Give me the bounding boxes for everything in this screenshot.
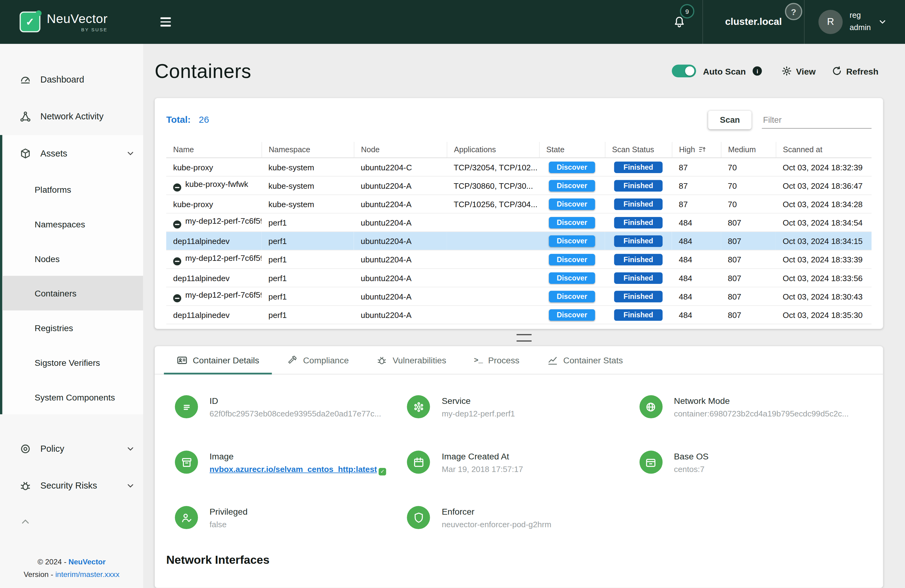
container-details-card: Container Details Compliance Vulnerabili… xyxy=(155,346,883,588)
state-discover-button[interactable]: Discover xyxy=(549,235,595,247)
assets-icon xyxy=(20,147,31,159)
state-discover-button[interactable]: Discover xyxy=(549,217,595,228)
cell-namespace: kube-system xyxy=(262,195,354,213)
state-discover-button[interactable]: Discover xyxy=(549,272,595,284)
cell-scan-status: Finished xyxy=(605,176,672,195)
col-namespace[interactable]: Namespace xyxy=(262,142,354,158)
detail-grid: ID 62f0fbc29573eb08cede93955da2e0ad17e77… xyxy=(155,374,883,538)
cell-namespace: perf1 xyxy=(262,213,354,232)
table-row[interactable]: kube-proxy kube-system ubuntu2204-C TCP/… xyxy=(166,158,871,176)
state-discover-button[interactable]: Discover xyxy=(549,291,595,302)
sidebar-item-registries[interactable]: Registries xyxy=(2,310,143,345)
menu-toggle-button[interactable] xyxy=(157,14,175,30)
view-button[interactable]: View xyxy=(777,62,820,79)
tab-compliance[interactable]: Compliance xyxy=(273,346,362,374)
version-link[interactable]: interim/master.xxxx xyxy=(55,570,119,579)
sidebar-item-assets[interactable]: Assets xyxy=(2,135,143,172)
sidebar-item-policy[interactable]: Policy xyxy=(0,431,143,468)
cell-medium: 70 xyxy=(721,195,776,213)
quarantine-icon xyxy=(173,257,181,265)
sidebar-group-assets: Assets Platforms Namespaces Nodes Contai… xyxy=(0,135,143,414)
sidebar-item-network-activity[interactable]: Network Activity xyxy=(0,98,143,135)
col-name[interactable]: Name xyxy=(166,142,261,158)
filter-input[interactable] xyxy=(762,112,872,128)
policy-icon xyxy=(20,443,31,455)
table-row[interactable]: dep11alpinedev perf1 ubuntu2204-A Discov… xyxy=(166,306,871,324)
sidebar-item-partial[interactable] xyxy=(0,504,143,539)
table-row[interactable]: kube-proxy kube-system ubuntu2204-A TCP/… xyxy=(166,195,871,213)
scan-button[interactable]: Scan xyxy=(708,111,751,129)
col-state[interactable]: State xyxy=(539,142,605,158)
chart-icon xyxy=(547,355,558,366)
sidebar-item-nodes[interactable]: Nodes xyxy=(2,241,143,276)
sidebar-item-label: Assets xyxy=(41,148,67,158)
notifications-button[interactable]: 9 xyxy=(656,0,702,44)
table-row[interactable]: kube-proxy-fwfwk kube-system ubuntu2204-… xyxy=(166,176,871,195)
cell-scanned-at: Oct 03, 2024 18:35:30 xyxy=(776,306,872,324)
user-menu[interactable]: R reg admin xyxy=(804,0,905,44)
col-medium[interactable]: Medium xyxy=(721,142,776,158)
cell-medium: 807 xyxy=(721,268,776,287)
state-discover-button[interactable]: Discover xyxy=(549,254,595,265)
tab-process[interactable]: >_ Process xyxy=(460,346,533,374)
sidebar-item-system-components[interactable]: System Components xyxy=(2,380,143,414)
sidebar-item-containers[interactable]: Containers xyxy=(2,276,143,311)
table-row[interactable]: dep11alpinedev perf1 ubuntu2204-A Discov… xyxy=(166,268,871,287)
state-discover-button[interactable]: Discover xyxy=(549,161,595,173)
col-scan-status[interactable]: Scan Status xyxy=(605,142,672,158)
sidebar-item-namespaces[interactable]: Namespaces xyxy=(2,206,143,241)
info-icon[interactable]: i xyxy=(753,66,762,76)
detail-label: Enforcer xyxy=(442,507,551,517)
table-row[interactable]: my-dep12-perf-7c6f59 perf1 ubuntu2204-A … xyxy=(166,213,871,232)
col-applications[interactable]: Applications xyxy=(447,142,539,158)
cell-scan-status: Finished xyxy=(605,306,672,324)
scan-status-badge: Finished xyxy=(614,235,662,247)
state-discover-button[interactable]: Discover xyxy=(549,198,595,210)
cell-state: Discover xyxy=(539,158,605,176)
detail-value: 62f0fbc29573eb08cede93955da2e0ad17e77c..… xyxy=(210,409,381,418)
scan-status-badge: Finished xyxy=(614,272,662,284)
table-row-selected[interactable]: dep11alpinedev perf1 ubuntu2204-A Discov… xyxy=(166,232,871,250)
sidebar-item-sigstore-verifiers[interactable]: Sigstore Verifiers xyxy=(2,345,143,380)
image-link[interactable]: nvbox.azurecr.io/selvam_centos_http:late… xyxy=(210,464,377,474)
neuvector-link[interactable]: NeuVector xyxy=(68,557,106,566)
scan-status-badge: Finished xyxy=(614,217,662,228)
cell-name: my-dep12-perf-7c6f59 xyxy=(166,213,261,232)
sidebar-item-label: Dashboard xyxy=(41,74,84,85)
table-header-row: Name Namespace Node Applications State S… xyxy=(166,142,871,158)
notification-badge: 9 xyxy=(680,4,694,18)
cell-state: Discover xyxy=(539,232,605,250)
shield-icon xyxy=(407,506,430,529)
state-discover-button[interactable]: Discover xyxy=(549,309,595,321)
col-scanned-at[interactable]: Scanned at xyxy=(776,142,872,158)
tab-vulnerabilities[interactable]: Vulnerabilities xyxy=(362,346,460,374)
panel-resize-handle[interactable] xyxy=(517,334,532,341)
table-row[interactable]: my-dep12-perf-7c6f59 perf1 ubuntu2204-A … xyxy=(166,287,871,305)
cell-high: 87 xyxy=(672,158,721,176)
cell-scanned-at: Oct 03, 2024 18:36:47 xyxy=(776,176,872,195)
cell-state: Discover xyxy=(539,195,605,213)
cell-applications: TCP/32054, TCP/102... xyxy=(447,158,539,176)
tab-container-details[interactable]: Container Details xyxy=(163,346,273,374)
cell-name: dep11alpinedev xyxy=(166,306,261,324)
sidebar-item-dashboard[interactable]: Dashboard xyxy=(0,61,143,98)
help-icon[interactable]: ? xyxy=(785,3,802,20)
table-row[interactable]: my-dep12-perf-7c6f59 perf1 ubuntu2204-A … xyxy=(166,250,871,268)
detail-base-os: Base OS centos:7 xyxy=(640,450,872,483)
col-high[interactable]: High xyxy=(672,142,721,158)
containers-table: Name Namespace Node Applications State S… xyxy=(166,142,871,324)
sidebar: Dashboard Network Activity Assets Platfo… xyxy=(0,44,143,588)
sidebar-item-security-risks[interactable]: Security Risks xyxy=(0,468,143,504)
tab-container-stats[interactable]: Container Stats xyxy=(533,346,637,374)
tab-label: Container Stats xyxy=(563,355,623,365)
state-discover-button[interactable]: Discover xyxy=(549,180,595,192)
col-node[interactable]: Node xyxy=(354,142,447,158)
auto-scan-toggle[interactable] xyxy=(672,65,696,77)
sidebar-item-platforms[interactable]: Platforms xyxy=(2,172,143,206)
refresh-button[interactable]: Refresh xyxy=(827,62,883,79)
top-bar: ✓ NeuVector BY SUSE 9 cluster.local ? R … xyxy=(0,0,905,44)
cell-high: 484 xyxy=(672,213,721,232)
cell-namespace: perf1 xyxy=(262,306,354,324)
cell-namespace: perf1 xyxy=(262,250,354,268)
detail-enforcer: Enforcer neuvector-enforcer-pod-g2hrm xyxy=(407,506,639,538)
